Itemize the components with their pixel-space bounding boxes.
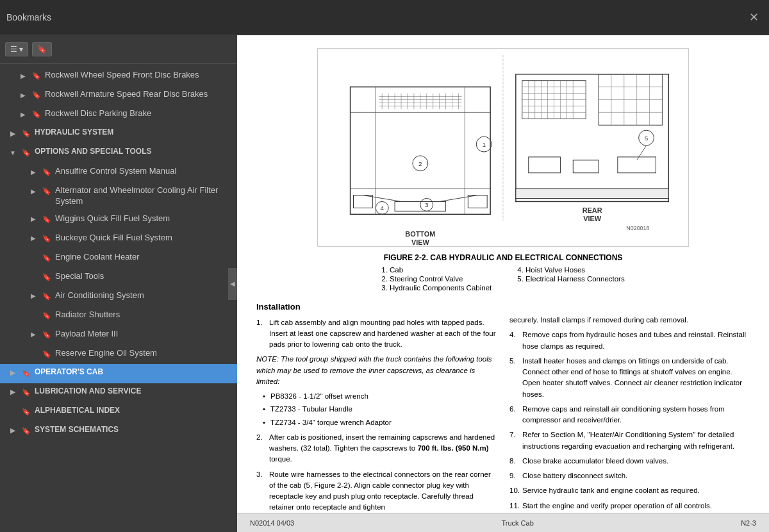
bookmark-icon: 🔖 (31, 71, 42, 81)
tool-list: PB8326 - 1-1/2" offset wrench TZ2733 - T… (256, 391, 497, 428)
sidebar-item-system-schematics[interactable]: ▶ 🔖 SYSTEM SCHEMATICS (0, 422, 237, 441)
bookmark-icon: 🔖 (41, 214, 53, 224)
sidebar-item-rockwell-rear[interactable]: ▶ 🔖 Rockwell Armature Speed Rear Disc Br… (0, 86, 237, 105)
sidebar-item-payload[interactable]: ▶ 🔖 Payload Meter III (0, 326, 237, 345)
sidebar-item-wiggins[interactable]: ▶ 🔖 Wiggins Quick Fill Fuel System (0, 210, 237, 229)
install-step-3: Route wire harnesses to the electrical c… (256, 469, 497, 513)
expand-icon: ▶ (28, 291, 38, 301)
main-layout: ☰ ▾ 🔖 ▶ 🔖 Rockwell Wheel Speed Front Dis… (0, 35, 769, 532)
sidebar-item-buckeye[interactable]: ▶ 🔖 Buckeye Quick Fill Fuel System (0, 229, 237, 249)
sidebar-item-radiator[interactable]: 🔖 Radiator Shutters (0, 306, 237, 326)
bookmark-icon: 🔖 (41, 253, 53, 263)
collapse-sidebar-handle[interactable]: ◀ (228, 268, 237, 300)
sidebar-item-alphabetical[interactable]: 🔖 ALPHABETICAL INDEX (0, 403, 237, 422)
install-step-6: Remove caps and reinstall air conditioni… (509, 404, 750, 426)
sidebar-item-engine-coolant[interactable]: 🔖 Engine Coolant Heater (0, 249, 237, 268)
svg-text:1: 1 (482, 141, 486, 148)
sidebar-item-lubrication[interactable]: ▶ 🔖 LUBRICATION AND SERVICE (0, 383, 237, 403)
sidebar-item-label: Rockwell Wheel Speed Front Disc Brakes (45, 70, 232, 81)
collapse-icon: ▼ (8, 147, 18, 158)
figure-area: 1 2 3 4 BOTTOM VIEW (256, 48, 750, 247)
tool-item-3: TZ2734 - 3/4" torque wrench Adaptor (263, 417, 497, 428)
bookmark-icon: 🔖 (41, 186, 53, 196)
pdf-page[interactable]: 1 2 3 4 BOTTOM VIEW (237, 35, 769, 513)
footer-center: Truck Cab (501, 519, 533, 527)
sidebar-item-special-tools[interactable]: 🔖 Special Tools (0, 268, 237, 287)
spacer (28, 349, 38, 359)
sidebar-item-label: Alternator and Wheelmotor Cooling Air Fi… (55, 185, 232, 207)
sidebar-item-rockwell-parking[interactable]: ▶ 🔖 Rockwell Disc Parking Brake (0, 105, 237, 124)
bookmark-icon: 🔖 (41, 310, 53, 320)
installation-steps-right: securely. Install clamps if removed duri… (509, 315, 750, 513)
legend-right: 4. Hoist Valve Hoses 5. Electrical Harne… (517, 266, 624, 292)
sidebar-item-label: Ansulfire Control System Manual (55, 166, 232, 177)
sidebar-item-label: Reserve Engine Oil System (55, 348, 232, 359)
install-step-5: Install heater hoses and clamps on fitti… (509, 356, 750, 400)
bookmark-icon: 🔖 (31, 109, 42, 119)
legend-item-4: 4. Hoist Valve Hoses (517, 266, 624, 274)
svg-text:3: 3 (425, 201, 429, 208)
sidebar-item-air-conditioning[interactable]: ▶ 🔖 Air Conditioning System (0, 287, 237, 306)
cab-diagram: 1 2 3 4 BOTTOM VIEW (317, 48, 689, 247)
sidebar-item-label: Special Tools (55, 271, 232, 282)
expand-icon: ▶ (18, 109, 28, 119)
installation-section: Installation Lift cab assembly and align… (256, 301, 750, 513)
install-step-1: Lift cab assembly and align mounting pad… (256, 317, 497, 351)
note-text: NOTE: The tool group shipped with the tr… (256, 354, 497, 387)
installation-steps-left: Lift cab assembly and align mounting pad… (256, 317, 497, 513)
installation-heading: Installation (256, 301, 497, 313)
install-step-2: After cab is positioned, insert the rema… (256, 432, 497, 465)
svg-text:VIEW: VIEW (583, 215, 602, 222)
spacer (28, 253, 38, 263)
bookmark-icon: 🔖 (41, 167, 53, 177)
install-note: NOTE: The tool group shipped with the tr… (256, 354, 497, 428)
expand-icon: ▶ (18, 71, 28, 81)
svg-text:5: 5 (645, 135, 649, 142)
bookmark-icon: 🔖 (41, 272, 53, 282)
spacer (8, 406, 18, 417)
panel-title: Bookmarks (6, 12, 51, 22)
svg-text:2: 2 (418, 160, 422, 167)
view-options-button[interactable]: ☰ ▾ (5, 42, 28, 56)
close-button[interactable]: ✕ (745, 9, 763, 26)
sidebar-item-label: HYDRAULIC SYSTEM (35, 128, 232, 138)
legend-item-5: 5. Electrical Harness Connectors (517, 275, 624, 283)
sidebar-item-label: Buckeye Quick Fill Fuel System (55, 233, 232, 244)
sidebar-item-label: Payload Meter III (55, 329, 232, 340)
svg-text:VIEW: VIEW (411, 238, 430, 246)
install-step-11: Start the engine and verify proper opera… (509, 501, 750, 511)
expand-icon: ▶ (8, 426, 18, 436)
svg-text:REAR: REAR (583, 206, 602, 214)
svg-text:N020018: N020018 (626, 225, 649, 231)
sidebar-item-label: Air Conditioning System (55, 290, 232, 301)
footer-right: N2-3 (741, 519, 756, 527)
tool-item-1: PB8326 - 1-1/2" offset wrench (263, 391, 497, 402)
bookmark-icon: 🔖 (21, 128, 32, 138)
menu-icon: ☰ (10, 45, 17, 54)
sidebar-item-ansulfire[interactable]: ▶ 🔖 Ansulfire Control System Manual (0, 163, 237, 182)
bookmark-button[interactable]: 🔖 (32, 42, 52, 56)
figure-caption: FIGURE 2-2. CAB HYDRAULIC AND ELECTRICAL… (384, 253, 623, 262)
pdf-footer: N02014 04/03 Truck Cab N2-3 (237, 513, 769, 532)
sidebar-item-alternator[interactable]: ▶ 🔖 Alternator and Wheelmotor Cooling Ai… (0, 182, 237, 210)
content-area: 1 2 3 4 BOTTOM VIEW (237, 35, 769, 532)
sidebar-item-label: Radiator Shutters (55, 310, 232, 320)
bookmark-icon: 🔖 (21, 426, 32, 436)
expand-icon: ▶ (8, 368, 18, 378)
sidebar-item-reserve-engine[interactable]: 🔖 Reserve Engine Oil System (0, 345, 237, 364)
bookmark-icon: 🔖 (41, 233, 53, 244)
legend-item-1: 1. Cab (381, 266, 492, 274)
bookmark-icon: 🔖 (41, 291, 53, 301)
tool-item-2: TZ2733 - Tubular Handle (263, 404, 497, 415)
install-step-9: Close battery disconnect switch. (509, 470, 750, 481)
sidebar-item-label: LUBRICATION AND SERVICE (35, 387, 232, 397)
sidebar-item-options[interactable]: ▼ 🔖 OPTIONS AND SPECIAL TOOLS (0, 144, 237, 163)
bookmark-icon: 🔖 (41, 329, 53, 340)
install-step-10: Service hydraulic tank and engine coolan… (509, 485, 750, 496)
sidebar-item-operators-cab[interactable]: ▶ 🔖 OPERATOR'S CAB (0, 364, 237, 383)
sidebar-item-label: ALPHABETICAL INDEX (35, 406, 232, 416)
sidebar-item-rockwell-front[interactable]: ▶ 🔖 Rockwell Wheel Speed Front Disc Brak… (0, 67, 237, 86)
bookmark-icon: 🔖 (41, 349, 53, 359)
spacer (28, 272, 38, 282)
sidebar-item-hydraulic[interactable]: ▶ 🔖 HYDRAULIC SYSTEM (0, 124, 237, 144)
